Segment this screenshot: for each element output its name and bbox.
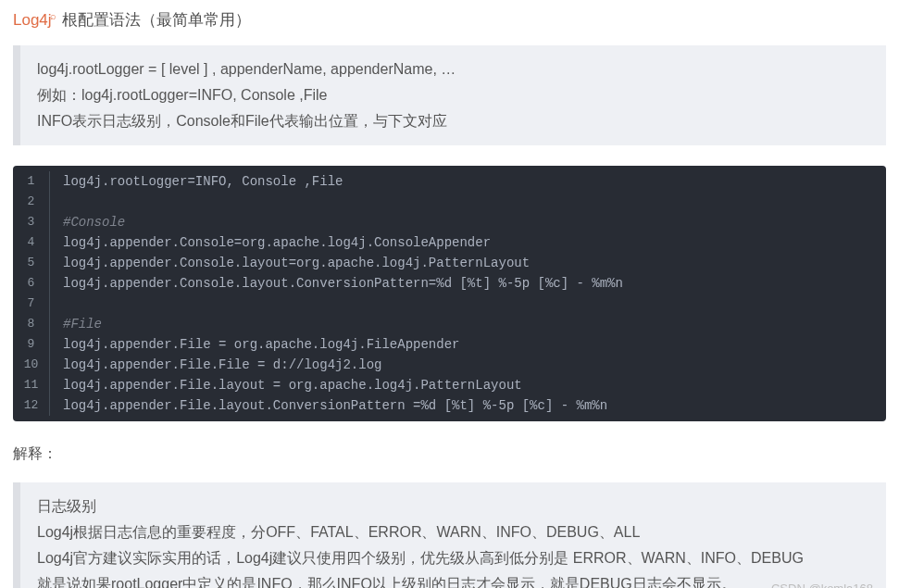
code-line: 2 xyxy=(13,192,886,212)
line-number: 2 xyxy=(13,192,50,212)
code-line: 1log4j.rootLogger=INFO, Console ,File xyxy=(13,171,886,192)
code-line: 8#File xyxy=(13,314,886,334)
code-line: 3#Console xyxy=(13,212,886,232)
line-content: #Console xyxy=(50,212,125,232)
line-content: #File xyxy=(50,314,102,334)
line-content: log4j.appender.File.layout = org.apache.… xyxy=(50,375,522,395)
line-content: log4j.appender.File.File = d://log4j2.lo… xyxy=(50,355,381,375)
explanation-line: 日志级别 xyxy=(37,494,869,519)
line-number: 7 xyxy=(13,294,50,314)
code-line: 6log4j.appender.Console.layout.Conversio… xyxy=(13,273,886,294)
explanation-blockquote: 日志级别 Log4j根据日志信息的重要程度，分OFF、FATAL、ERROR、W… xyxy=(13,482,886,588)
code-line: 10log4j.appender.File.File = d://log4j2.… xyxy=(13,355,886,375)
code-line: 4log4j.appender.Console=org.apache.log4j… xyxy=(13,232,886,253)
explanation-line: Log4j官方建议实际实用的话，Log4j建议只使用四个级别，优先级从高到低分别… xyxy=(37,545,869,571)
intro-blockquote: log4j.rootLogger = [ level ] , appenderN… xyxy=(13,45,886,145)
line-number: 9 xyxy=(13,334,50,355)
line-content: log4j.appender.Console.layout.Conversion… xyxy=(50,273,623,294)
heading-keyword: Log4j xyxy=(13,11,52,29)
code-line: 7 xyxy=(13,294,886,314)
line-content: log4j.appender.Console.layout=org.apache… xyxy=(50,253,530,273)
line-number: 1 xyxy=(13,171,50,192)
article-body: Log4j⌕ 根配置语法（最简单常用） log4j.rootLogger = [… xyxy=(13,7,886,588)
code-block: 1log4j.rootLogger=INFO, Console ,File23#… xyxy=(13,166,886,421)
line-content: log4j.appender.File = org.apache.log4j.F… xyxy=(50,334,459,355)
section-heading: Log4j⌕ 根配置语法（最简单常用） xyxy=(13,7,886,32)
line-number: 4 xyxy=(13,232,50,253)
explain-label: 解释： xyxy=(13,442,886,466)
line-number: 11 xyxy=(13,375,50,395)
line-number: 6 xyxy=(13,273,50,294)
explanation-line: Log4j根据日志信息的重要程度，分OFF、FATAL、ERROR、WARN、I… xyxy=(37,519,869,545)
intro-line: 例如：log4j.rootLogger=INFO, Console ,File xyxy=(37,82,869,108)
code-line: 5log4j.appender.Console.layout=org.apach… xyxy=(13,253,886,273)
heading-suffix: 根配置语法（最简单常用） xyxy=(58,11,252,29)
code-line: 9log4j.appender.File = org.apache.log4j.… xyxy=(13,334,886,355)
explanation-line: 就是说如果rootLogger中定义的是INFO，那么INFO以上级别的日志才会… xyxy=(37,571,869,588)
line-content: log4j.appender.Console=org.apache.log4j.… xyxy=(50,232,491,253)
code-line: 12log4j.appender.File.layout.ConversionP… xyxy=(13,395,886,416)
watermark: CSDN @komla168 xyxy=(771,580,873,588)
line-number: 10 xyxy=(13,355,50,375)
search-icon: ⌕ xyxy=(50,10,56,21)
line-content: log4j.appender.File.layout.ConversionPat… xyxy=(50,395,607,416)
line-number: 8 xyxy=(13,314,50,334)
line-content: log4j.rootLogger=INFO, Console ,File xyxy=(50,171,343,192)
line-number: 5 xyxy=(13,253,50,273)
code-line: 11log4j.appender.File.layout = org.apach… xyxy=(13,375,886,395)
intro-line: INFO表示日志级别，Console和File代表输出位置，与下文对应 xyxy=(37,108,869,134)
intro-line: log4j.rootLogger = [ level ] , appenderN… xyxy=(37,56,869,82)
line-number: 3 xyxy=(13,212,50,232)
line-number: 12 xyxy=(13,395,50,416)
